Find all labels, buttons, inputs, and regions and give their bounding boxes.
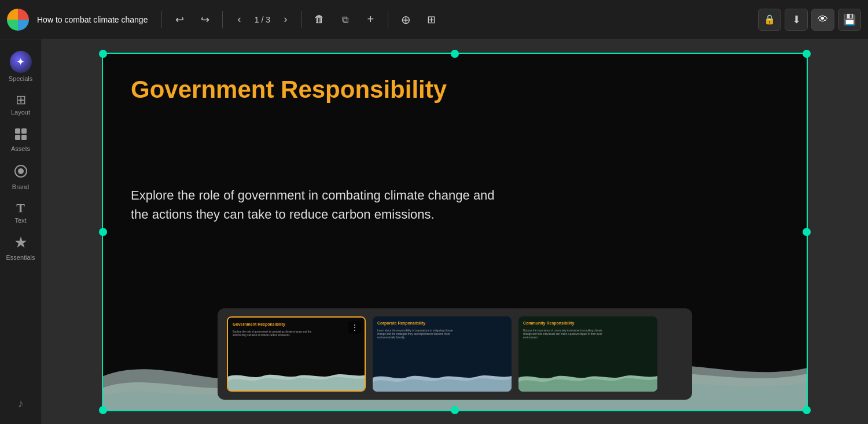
redo-button[interactable]: ↪ [194, 9, 215, 30]
assets-icon [14, 127, 28, 143]
save-icon: 💾 [843, 13, 856, 26]
slide-title: Government Responsibility [131, 76, 447, 104]
lock-button[interactable]: 🔒 [758, 9, 781, 31]
zoom-in-icon: ⊕ [401, 13, 411, 27]
next-page-button[interactable]: › [276, 10, 295, 29]
text-icon: T [16, 202, 25, 215]
preview-button[interactable]: 👁 [811, 9, 834, 31]
trash-icon: 🗑 [314, 13, 325, 25]
download-icon: ⬇ [792, 13, 801, 26]
topbar: How to combat climate change ↩ ↪ ‹ 1 / 3… [0, 0, 868, 39]
save-button[interactable]: 💾 [838, 9, 861, 31]
thumbnail-3[interactable]: Community Responsibility Discuss the imp… [518, 316, 657, 392]
sidebar-item-assets[interactable]: Assets [3, 123, 39, 157]
thumb-2-title: Corporate Responsibility [377, 321, 425, 325]
sidebar-layout-label: Layout [11, 109, 30, 116]
slide-body-line2: the actions they can take to reduce carb… [131, 207, 435, 222]
essentials-icon [14, 235, 28, 252]
delete-button[interactable]: 🗑 [309, 9, 330, 30]
divider-3 [301, 11, 302, 28]
thumb-1-text: Explore the role of government in combat… [233, 330, 314, 338]
download-button[interactable]: ⬇ [785, 9, 808, 31]
thumb-3-text: Discuss the importance of community invo… [523, 329, 604, 340]
redo-icon: ↪ [201, 13, 209, 26]
sidebar-assets-label: Assets [11, 145, 30, 152]
thumbnail-3-inner: Community Responsibility Discuss the imp… [518, 316, 657, 392]
thumb-3-wave [518, 371, 657, 392]
thumbnail-1-inner: Government Responsibility Explore the ro… [228, 318, 365, 390]
add-element-button[interactable]: + [360, 9, 381, 30]
chevron-left-icon: ‹ [237, 13, 241, 25]
thumbnail-2-inner: Corporate Responsibility Learn about the… [373, 316, 512, 392]
specials-icon: ✦ [10, 51, 32, 73]
page-navigation: ‹ 1 / 3 › [230, 10, 295, 29]
undo-icon: ↩ [175, 13, 184, 26]
sidebar-specials-label: Specials [9, 75, 33, 82]
app-logo[interactable] [7, 9, 29, 31]
sidebar-item-essentials[interactable]: Essentials [3, 231, 39, 266]
undo-button[interactable]: ↩ [169, 9, 190, 30]
duplicate-button[interactable]: ⧉ [334, 9, 355, 30]
music-icon: ♪ [18, 397, 24, 410]
svg-rect-3 [21, 135, 27, 140]
sidebar-essentials-label: Essentials [6, 254, 35, 261]
thumbnail-2[interactable]: Corporate Responsibility Learn about the… [373, 316, 512, 392]
slide-wrapper: Government Responsibility Explore the ro… [102, 53, 808, 411]
slide-body-line1: Explore the role of government in combat… [131, 188, 495, 202]
zoom-in-button[interactable]: ⊕ [395, 9, 416, 30]
divider-1 [161, 11, 162, 28]
sidebar-text-label: Text [14, 217, 26, 224]
svg-point-5 [18, 168, 24, 174]
sidebar-item-brand[interactable]: Brand [3, 159, 39, 195]
thumb-3-title: Community Responsibility [523, 321, 574, 325]
thumbnail-1[interactable]: Government Responsibility Explore the ro… [227, 316, 366, 392]
chevron-right-icon: › [284, 13, 287, 25]
sidebar-item-text[interactable]: T Text [3, 197, 39, 228]
divider-2 [222, 11, 223, 28]
canvas-area[interactable]: Government Responsibility Explore the ro… [42, 39, 868, 424]
lock-icon: 🔒 [764, 14, 775, 25]
eye-icon: 👁 [818, 13, 828, 25]
sidebar-brand-label: Brand [12, 183, 29, 190]
topbar-right-actions: 🔒 ⬇ 👁 💾 [758, 9, 861, 31]
brand-icon [13, 164, 28, 181]
page-indicator: 1 / 3 [251, 15, 274, 24]
main-area: ✦ Specials ⊞ Layout Assets [0, 39, 868, 424]
thumb-1-wave [228, 370, 365, 390]
grid-icon: ⊞ [427, 13, 436, 26]
divider-4 [388, 11, 388, 28]
grid-view-button[interactable]: ⊞ [421, 9, 442, 30]
plus-icon: + [367, 13, 374, 26]
slide-body: Explore the role of government in combat… [131, 186, 495, 224]
svg-rect-1 [21, 128, 27, 134]
layout-icon: ⊞ [16, 94, 26, 106]
sidebar: ✦ Specials ⊞ Layout Assets [0, 39, 42, 424]
more-icon: ⋮ [351, 323, 358, 331]
music-button[interactable]: ♪ [13, 392, 28, 415]
svg-rect-0 [15, 128, 20, 134]
thumb-1-title: Government Responsibility [233, 322, 285, 326]
prev-page-button[interactable]: ‹ [230, 10, 248, 29]
thumb-2-text: Learn about the responsibility of corpor… [377, 329, 458, 340]
thumb-2-wave [373, 371, 512, 392]
sidebar-item-specials[interactable]: ✦ Specials [3, 46, 39, 87]
thumbnail-tray: Government Responsibility Explore the ro… [218, 308, 692, 400]
copy-icon: ⧉ [342, 14, 348, 25]
document-title: How to combat climate change [37, 15, 148, 24]
sidebar-item-layout[interactable]: ⊞ Layout [3, 89, 39, 120]
svg-rect-2 [15, 135, 20, 140]
thumb-1-more-button[interactable]: ⋮ [348, 321, 361, 334]
